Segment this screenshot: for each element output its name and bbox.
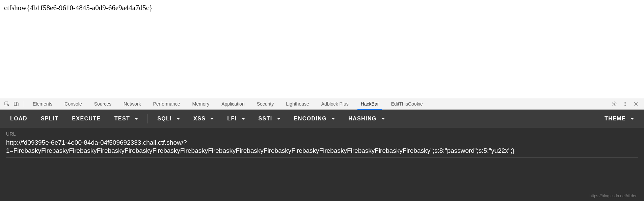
devtools-panel: Elements Console Sources Network Perform… xyxy=(0,98,644,201)
hackbar-ssti-dropdown[interactable]: SSTI xyxy=(252,110,287,128)
hackbar-split-button[interactable]: SPLIT xyxy=(34,110,65,128)
chevron-down-icon xyxy=(242,118,245,120)
tab-label: Network xyxy=(124,101,141,107)
url-text-line2: 1=FirebaskyFirebaskyFirebaskyFirebaskyFi… xyxy=(6,147,514,154)
hackbar-item-label: ENCODING xyxy=(294,116,327,122)
toolbar-separator xyxy=(147,114,148,123)
hackbar-theme-dropdown[interactable]: THEME xyxy=(598,110,641,128)
hackbar-item-label: XSS xyxy=(193,116,206,122)
tab-label: Memory xyxy=(192,101,210,107)
chevron-down-icon xyxy=(381,118,385,120)
hackbar-item-label: LOAD xyxy=(10,116,27,122)
svg-point-3 xyxy=(614,103,615,105)
url-text-line1: http://fd09395e-6e71-4e00-84da-04f509692… xyxy=(6,139,187,146)
device-toggle-icon[interactable] xyxy=(11,99,21,109)
hackbar-encoding-dropdown[interactable]: ENCODING xyxy=(287,110,342,128)
chevron-down-icon xyxy=(630,118,634,120)
tab-label: Security xyxy=(257,101,274,107)
tab-network[interactable]: Network xyxy=(117,98,147,110)
tab-label: Adblock Plus xyxy=(321,101,349,107)
url-label: URL xyxy=(6,131,638,137)
hackbar-content: URL http://fd09395e-6e71-4e00-84da-04f50… xyxy=(0,128,644,201)
svg-point-6 xyxy=(625,105,625,106)
chevron-down-icon xyxy=(331,118,335,120)
hackbar-toolbar: LOAD SPLIT EXECUTE TEST SQLI XSS LFI SST… xyxy=(0,110,644,128)
devtools-tabbar: Elements Console Sources Network Perform… xyxy=(0,98,644,110)
gear-icon[interactable] xyxy=(610,99,619,109)
hackbar-item-label: LFI xyxy=(227,116,237,122)
tab-editthiscookie[interactable]: EditThisCookie xyxy=(385,98,429,110)
svg-point-5 xyxy=(625,103,625,104)
hackbar-item-label: HASHING xyxy=(348,116,377,122)
tab-label: Elements xyxy=(33,101,52,107)
hackbar-item-label: SSTI xyxy=(259,116,272,122)
tab-console[interactable]: Console xyxy=(58,98,88,110)
tab-performance[interactable]: Performance xyxy=(147,98,186,110)
hackbar-xss-dropdown[interactable]: XSS xyxy=(187,110,220,128)
hackbar-panel: LOAD SPLIT EXECUTE TEST SQLI XSS LFI SST… xyxy=(0,110,644,201)
chevron-down-icon xyxy=(135,118,138,120)
hackbar-load-button[interactable]: LOAD xyxy=(3,110,34,128)
tab-label: Performance xyxy=(153,101,180,107)
hackbar-item-label: EXECUTE xyxy=(72,116,101,122)
hackbar-item-label: TEST xyxy=(114,116,130,122)
tab-lighthouse[interactable]: Lighthouse xyxy=(280,98,315,110)
kebab-icon[interactable] xyxy=(620,99,630,109)
tabbar-separator xyxy=(23,101,23,107)
close-icon[interactable] xyxy=(631,99,641,109)
hackbar-lfi-dropdown[interactable]: LFI xyxy=(220,110,251,128)
hackbar-execute-button[interactable]: EXECUTE xyxy=(65,110,107,128)
svg-point-4 xyxy=(625,102,625,103)
hackbar-hashing-dropdown[interactable]: HASHING xyxy=(342,110,392,128)
tab-label: EditThisCookie xyxy=(391,101,423,107)
chevron-down-icon xyxy=(210,118,214,120)
hackbar-test-dropdown[interactable]: TEST xyxy=(108,110,145,128)
tab-label: Sources xyxy=(94,101,111,107)
tab-sources[interactable]: Sources xyxy=(88,98,117,110)
tab-adblock-plus[interactable]: Adblock Plus xyxy=(315,98,355,110)
chevron-down-icon xyxy=(177,118,180,120)
chevron-down-icon xyxy=(277,118,280,120)
url-input[interactable]: http://fd09395e-6e71-4e00-84da-04f509692… xyxy=(6,139,638,157)
tab-memory[interactable]: Memory xyxy=(186,98,216,110)
hackbar-sqli-dropdown[interactable]: SQLI xyxy=(151,110,187,128)
inspect-icon[interactable] xyxy=(2,99,11,109)
tab-label: Lighthouse xyxy=(286,101,309,107)
flag-text: ctfshow{4b1f58e6-9610-4845-a0d9-66e9a44a… xyxy=(4,4,153,12)
hackbar-item-label: THEME xyxy=(605,116,626,122)
hackbar-item-label: SQLI xyxy=(157,116,172,122)
watermark-text: https://blog.csdn.net/rfrder xyxy=(590,194,637,198)
tab-security[interactable]: Security xyxy=(251,98,280,110)
tab-label: HackBar xyxy=(361,101,379,107)
page-body: ctfshow{4b1f58e6-9610-4845-a0d9-66e9a44a… xyxy=(0,0,644,98)
tab-hackbar[interactable]: HackBar xyxy=(355,98,385,110)
tab-elements[interactable]: Elements xyxy=(27,98,58,110)
tab-label: Application xyxy=(221,101,245,107)
hackbar-item-label: SPLIT xyxy=(41,116,58,122)
tab-label: Console xyxy=(64,101,82,107)
tab-application[interactable]: Application xyxy=(215,98,251,110)
